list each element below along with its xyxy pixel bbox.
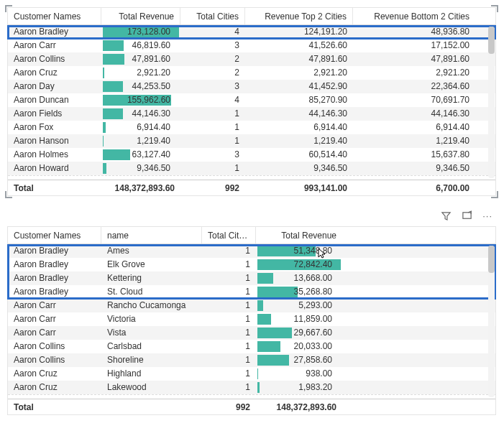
cell-cities: 2 [180,52,245,66]
revenue-summary-table[interactable]: Customer Names Total Revenue Total Citie… [7,7,496,196]
total-cities: 992 [202,399,256,414]
table1-body: Aaron Bradley173,128.004124,191.2048,936… [8,25,495,175]
cell-revenue: 11,859.00 [256,312,342,326]
more-icon[interactable]: ··· [482,210,492,223]
cell-customer: Aaron Hanson [8,134,101,148]
cell-bot2: 48,936.80 [353,25,475,39]
visual-toolbar: ··· [7,210,497,223]
col-customer[interactable]: Customer Names [8,8,101,24]
cell-bot2: 47,891.60 [353,52,475,66]
cell-revenue: 35,268.80 [256,285,342,299]
table-row[interactable]: Aaron CarrRancho Cucamonga15,293.00 [8,299,495,312]
table-row[interactable]: Aaron Hanson1,219.4011,219.401,219.40 [8,134,495,148]
cell-revenue: 6,914.40 [101,121,180,134]
cell-cities: 1 [202,326,256,340]
scrollbar-thumb[interactable] [488,27,495,54]
table-row[interactable]: Aaron CollinsCarlsbad120,033.00 [8,340,495,353]
cell-cities: 4 [180,93,245,107]
cell-customer: Aaron Cruz [8,367,101,381]
table-row[interactable]: Aaron Fox6,914.4016,914.406,914.40 [8,121,495,134]
table-row[interactable]: Aaron CarrVista129,667.60 [8,326,495,340]
table-row[interactable]: Aaron Fields44,146.30144,146.3044,146.30 [8,107,495,121]
table-row[interactable]: Aaron BradleySt. Cloud135,268.80 [8,285,495,299]
cell-revenue: 51,348.80 [256,244,342,258]
cell-cities: 1 [202,244,256,258]
cell-cities: 1 [202,299,256,312]
cell-customer: Aaron Bradley [8,244,101,258]
cell-cities: 4 [180,25,245,39]
cell-cities: 1 [202,258,256,271]
cell-top2: 41,526.60 [245,39,353,52]
cell-cities: 3 [180,80,245,93]
table-row[interactable]: Aaron Collins47,891.60247,891.6047,891.6… [8,52,495,66]
table-row[interactable]: Aaron BradleyAmes151,348.80 [8,244,495,258]
cell-cities: 1 [202,312,256,326]
cell-revenue: 1,983.20 [256,381,342,394]
cell-bot2: 2,921.20 [353,66,475,80]
col-cities[interactable]: Total Cities [202,227,256,243]
col-bot2[interactable]: Revenue Bottom 2 Cities [353,8,475,24]
table-row[interactable]: Aaron CruzLakewood11,983.20 [8,381,495,394]
cell-top2: 1,219.40 [245,134,353,148]
cell-customer: Aaron Howard [8,162,101,175]
cell-customer: Aaron Bradley [8,25,101,39]
cell-customer: Aaron Bradley [8,258,101,271]
scrollbar[interactable] [488,27,495,178]
focus-mode-icon[interactable] [462,210,472,223]
table-row[interactable]: Aaron Carr46,819.60341,526.6017,152.00 [8,39,495,52]
table-row[interactable]: Aaron Bradley173,128.004124,191.2048,936… [8,25,495,39]
col-cities[interactable]: Total Cities [180,8,245,24]
cell-revenue: 27,858.60 [256,353,342,367]
cell-customer: Aaron Fields [8,107,101,121]
scrollbar[interactable] [488,246,495,397]
cell-cities: 3 [180,39,245,52]
revenue-detail-table[interactable]: Customer Names name Total Cities Total R… [7,226,496,415]
cell-revenue: 20,033.00 [256,340,342,353]
cell-customer: Aaron Collins [8,340,101,353]
cell-name: St. Cloud [101,285,202,299]
table-row[interactable]: Aaron BradleyElk Grove172,842.40 [8,258,495,271]
cell-revenue: 173,128.00 [101,25,180,39]
table-row[interactable]: Aaron Day44,253.50341,452.9022,364.60 [8,80,495,93]
col-revenue[interactable]: Total Revenue [256,227,342,243]
cell-name: Highland [101,367,202,381]
cell-cities: 1 [202,285,256,299]
table-row[interactable]: Aaron BradleyKettering113,668.00 [8,271,495,285]
filter-icon[interactable] [441,210,452,223]
cell-cities: 1 [202,381,256,394]
cell-cities: 1 [180,134,245,148]
table-row[interactable]: Aaron Howard9,346.5019,346.509,346.50 [8,162,495,175]
col-name[interactable]: name [101,227,202,243]
cell-name: Vista [101,326,202,340]
col-customer[interactable]: Customer Names [8,227,101,243]
cell-cities: 2 [180,66,245,80]
revenue-summary-visual: Customer Names Total Revenue Total Citie… [7,7,496,196]
cell-revenue: 938.00 [256,367,342,381]
cell-bot2: 1,219.40 [353,134,475,148]
cell-customer: Aaron Collins [8,353,101,367]
table-row[interactable]: Aaron CarrVictoria111,859.00 [8,312,495,326]
col-top2[interactable]: Revenue Top 2 Cities [245,8,353,24]
cell-name: Elk Grove [101,258,202,271]
cell-revenue: 5,293.00 [256,299,342,312]
revenue-detail-visual: Customer Names name Total Cities Total R… [7,226,496,415]
table-row[interactable]: Aaron Holmes63,127.40360,514.4015,637.80 [8,148,495,162]
table2-header-row: Customer Names name Total Cities Total R… [8,227,495,244]
cell-bot2: 70,691.70 [353,93,475,107]
cell-cities: 1 [202,271,256,285]
cell-customer: Aaron Cruz [8,66,101,80]
cell-top2: 41,452.90 [245,80,353,93]
scrollbar-thumb[interactable] [488,246,495,273]
cell-bot2: 22,364.60 [353,80,475,93]
col-revenue[interactable]: Total Revenue [101,8,180,24]
cell-cities: 1 [180,121,245,134]
table-row[interactable]: Aaron Duncan155,962.60485,270.9070,691.7… [8,93,495,107]
table2-body: Aaron BradleyAmes151,348.80Aaron Bradley… [8,244,495,394]
cell-revenue: 2,921.20 [101,66,180,80]
cell-cities: 1 [180,162,245,175]
cell-bot2: 44,146.30 [353,107,475,121]
table-row[interactable]: Aaron CollinsShoreline127,858.60 [8,353,495,367]
cell-top2: 44,146.30 [245,107,353,121]
table-row[interactable]: Aaron Cruz2,921.2022,921.202,921.20 [8,66,495,80]
table-row[interactable]: Aaron CruzHighland1938.00 [8,367,495,381]
